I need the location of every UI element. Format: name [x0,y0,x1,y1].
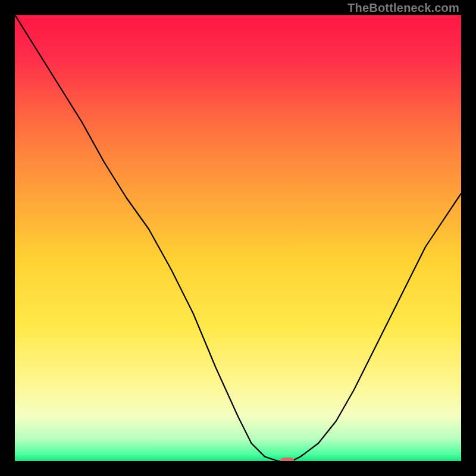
watermark-text: TheBottleneck.com [347,1,459,15]
chart-svg [15,15,461,461]
chart-frame: TheBottleneck.com [0,0,476,476]
optimal-point-marker [280,458,295,461]
gradient-background [15,15,461,461]
plot-area [15,15,461,461]
